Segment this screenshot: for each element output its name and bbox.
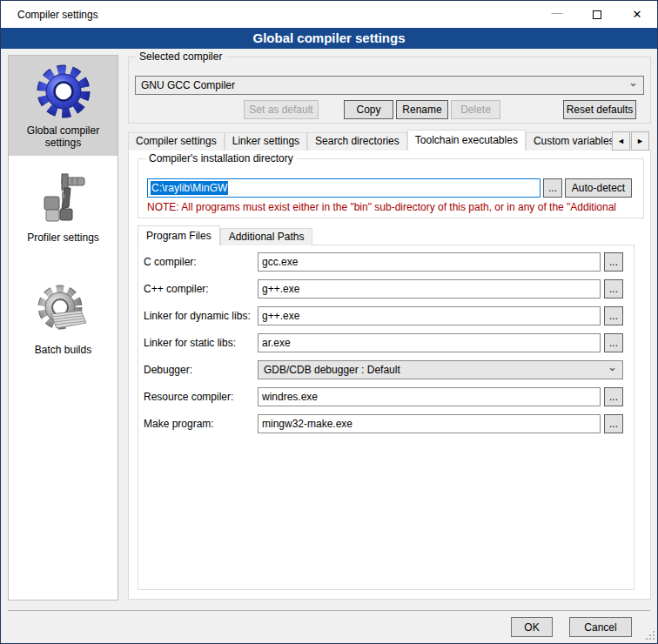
chevron-down-icon: ⌄: [628, 78, 638, 87]
compiler-settings-dialog: Compiler settings — ✕ Global compiler se…: [0, 0, 658, 644]
dialog-body: Global compiler settings: [1, 49, 657, 644]
chevron-down-icon: ⌄: [608, 363, 617, 372]
dynamic-linker-input[interactable]: [258, 306, 601, 325]
c-compiler-input[interactable]: [258, 252, 601, 272]
install-dir-note: NOTE: All programs must exist either in …: [147, 201, 658, 213]
sidebar-item-batch-builds[interactable]: Batch builds: [9, 275, 118, 363]
static-linker-browse-button[interactable]: ...: [604, 333, 623, 352]
field-label: Make program:: [144, 418, 258, 430]
window-title: Compiler settings: [17, 9, 98, 21]
close-icon: ✕: [633, 8, 642, 21]
program-files-tabstrip: Program Files Additional Paths: [138, 225, 312, 245]
cpp-compiler-input[interactable]: [258, 279, 601, 299]
page-title: Global compiler settings: [1, 28, 657, 49]
arrow-right-icon: ►: [636, 137, 644, 145]
delete-button[interactable]: Delete: [451, 100, 500, 119]
sidebar-item-label: Global compiler settings: [10, 124, 116, 149]
program-files-panel: C compiler: ... C++ compiler: ... Linker…: [138, 245, 634, 590]
group-label: Selected compiler: [136, 50, 225, 63]
make-program-browse-button[interactable]: ...: [604, 414, 623, 433]
sidebar: Global compiler settings: [8, 55, 118, 600]
field-label: C++ compiler:: [144, 283, 258, 295]
subtab-additional-paths[interactable]: Additional Paths: [220, 228, 313, 245]
sidebar-item-profiler-settings[interactable]: Profiler settings: [9, 163, 118, 251]
field-label: Linker for static libs:: [144, 337, 258, 349]
titlebar: Compiler settings — ✕: [1, 1, 657, 28]
field-row-dynamic-linker: Linker for dynamic libs: ...: [144, 305, 623, 325]
make-program-input[interactable]: [258, 414, 601, 433]
rename-button[interactable]: Rename: [396, 100, 448, 119]
footer-divider: [8, 610, 650, 611]
set-as-default-button[interactable]: Set as default: [244, 100, 319, 119]
field-row-c-compiler: C compiler: ...: [144, 252, 623, 272]
sidebar-item-global-compiler-settings[interactable]: Global compiler settings: [9, 56, 118, 156]
sidebar-item-label: Batch builds: [10, 344, 116, 356]
tab-custom-variables[interactable]: Custom variables: [526, 132, 613, 151]
tab-linker-settings[interactable]: Linker settings: [225, 132, 307, 151]
blue-gear-icon: [10, 60, 116, 124]
cancel-button[interactable]: Cancel: [569, 617, 632, 637]
window-controls: — ✕: [537, 1, 657, 28]
installation-directory-group: Compiler's installation directory C:\ray…: [138, 158, 644, 218]
tab-scroll-left-button[interactable]: ◄: [612, 131, 630, 151]
install-dir-input[interactable]: C:\raylib\MinGW: [147, 178, 540, 198]
install-dir-value: C:\raylib\MinGW: [151, 181, 228, 195]
debugger-select[interactable]: GDB/CDB debugger : Default ⌄: [258, 360, 623, 379]
resource-compiler-browse-button[interactable]: ...: [604, 387, 623, 406]
c-compiler-browse-button[interactable]: ...: [604, 252, 623, 272]
caliper-tool-icon: [10, 167, 116, 231]
tab-toolchain-executables[interactable]: Toolchain executables: [407, 130, 526, 151]
subtab-program-files[interactable]: Program Files: [138, 225, 220, 245]
field-row-debugger: Debugger: GDB/CDB debugger : Default ⌄: [144, 359, 623, 379]
install-dir-browse-button[interactable]: ...: [543, 178, 562, 198]
cpp-compiler-browse-button[interactable]: ...: [604, 279, 623, 299]
field-label: Debugger:: [144, 364, 258, 376]
resource-compiler-input[interactable]: [258, 387, 601, 406]
tab-scroll-right-button[interactable]: ►: [631, 131, 649, 151]
arrow-left-icon: ◄: [617, 137, 625, 145]
maximize-icon: [593, 10, 601, 19]
field-row-cpp-compiler: C++ compiler: ...: [144, 278, 623, 299]
field-label: Linker for dynamic libs:: [144, 310, 258, 322]
field-row-static-linker: Linker for static libs: ...: [144, 332, 623, 352]
compiler-select-value: GNU GCC Compiler: [141, 79, 628, 91]
group-label: Compiler's installation directory: [145, 152, 297, 164]
auto-detect-button[interactable]: Auto-detect: [565, 178, 632, 198]
minimize-button[interactable]: —: [537, 1, 577, 28]
maximize-button[interactable]: [577, 1, 617, 28]
gray-gear-stack-icon: [10, 279, 116, 344]
reset-defaults-button[interactable]: Reset defaults: [563, 100, 636, 119]
tab-search-directories[interactable]: Search directories: [307, 132, 407, 151]
sidebar-item-label: Profiler settings: [10, 231, 116, 244]
static-linker-input[interactable]: [258, 333, 601, 352]
ok-button[interactable]: OK: [511, 617, 553, 637]
toolchain-executables-panel: Compiler's installation directory C:\ray…: [128, 150, 651, 600]
selected-compiler-group: Selected compiler GNU GCC Compiler ⌄ Set…: [128, 57, 651, 124]
field-row-resource-compiler: Resource compiler: ...: [144, 386, 623, 406]
field-row-make-program: Make program: ...: [144, 413, 623, 433]
minimize-icon: —: [552, 6, 563, 19]
resize-grip[interactable]: [646, 631, 655, 640]
compiler-select[interactable]: GNU GCC Compiler ⌄: [135, 76, 644, 95]
close-button[interactable]: ✕: [617, 1, 657, 28]
tab-compiler-settings[interactable]: Compiler settings: [128, 132, 225, 151]
dynamic-linker-browse-button[interactable]: ...: [604, 306, 623, 325]
copy-button[interactable]: Copy: [344, 100, 393, 119]
settings-tabstrip: Compiler settings Linker settings Search…: [128, 130, 613, 151]
field-label: C compiler:: [144, 256, 258, 268]
field-label: Resource compiler:: [144, 391, 258, 403]
debugger-select-value: GDB/CDB debugger : Default: [264, 364, 608, 376]
